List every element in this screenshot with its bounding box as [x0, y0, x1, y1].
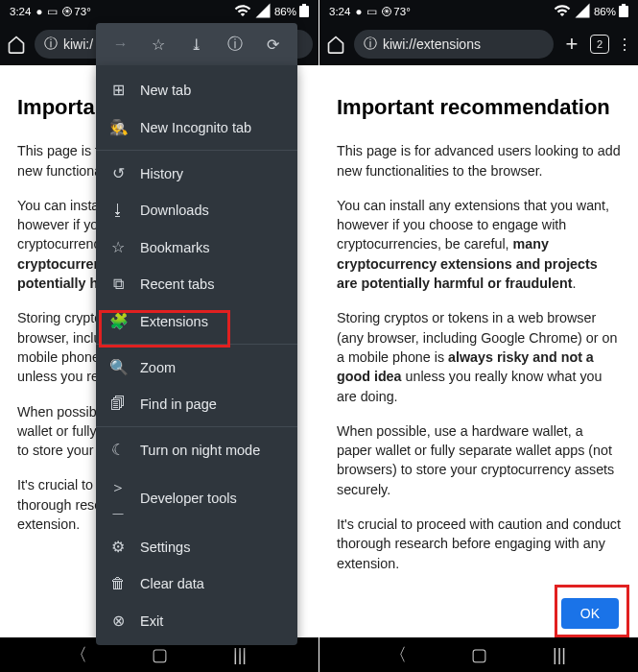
nav-bar-r: 〈 ▢ |||	[319, 637, 638, 672]
menu-devtools[interactable]: ＞＿Developer tools	[96, 468, 297, 528]
menu-zoom[interactable]: 🔍Zoom	[96, 348, 297, 386]
svg-rect-2	[622, 4, 626, 6]
wifi-icon	[554, 2, 571, 21]
overflow-button[interactable]: ⋮	[617, 36, 632, 54]
download-icon[interactable]: ⤓	[185, 36, 208, 54]
info-icon: ⓘ	[44, 36, 58, 53]
nav-back[interactable]: 〈	[379, 643, 417, 666]
paragraph: Storing cryptos or tokens in a web brows…	[337, 308, 621, 405]
page-info-icon[interactable]: ⓘ	[224, 35, 247, 55]
home-icon[interactable]	[325, 34, 346, 55]
svg-rect-3	[619, 6, 628, 17]
nav-home[interactable]: ▢	[140, 644, 178, 665]
star-icon[interactable]: ☆	[147, 36, 170, 54]
nav-home[interactable]: ▢	[460, 644, 498, 665]
menu-downloads[interactable]: ⭳Downloads	[96, 192, 297, 228]
overflow-menu: ⊞New tab 🕵New Incognito tab ↺History ⭳Do…	[96, 65, 297, 645]
trash-icon: 🗑	[109, 575, 127, 592]
zoom-icon: 🔍	[109, 358, 127, 376]
svg-rect-1	[299, 6, 309, 17]
home-icon[interactable]	[6, 34, 27, 55]
moon-icon: ☾	[109, 441, 127, 459]
phone-left: 3:24 ● ▭ ☀ 73° 86% ⓘ kiwi:/	[0, 0, 319, 672]
menu-extensions[interactable]: 🧩Extensions	[96, 302, 297, 340]
forward-icon[interactable]: →	[109, 36, 132, 53]
nav-recents[interactable]: |||	[540, 645, 579, 665]
paragraph: This page is for advanced users looking …	[337, 141, 621, 180]
status-card-icon: ▭	[47, 5, 58, 18]
paragraph: You can install any extensions that you …	[337, 196, 621, 293]
ok-button[interactable]: OK	[561, 598, 619, 629]
paragraph: When possible, use a hardware wallet, a …	[337, 421, 621, 499]
info-icon: ⓘ	[364, 36, 377, 53]
wifi-icon	[234, 2, 251, 21]
svg-rect-0	[302, 4, 306, 6]
phone-right: 3:24 ● ▭ ☀ 73° 86% ⓘ kiwi:/	[319, 0, 638, 672]
status-time: 3:24	[10, 6, 31, 17]
menu-find[interactable]: 🗐Find in page	[96, 386, 297, 422]
reload-icon[interactable]: ⟳	[261, 36, 284, 54]
battery-icon	[619, 4, 628, 19]
battery-icon	[299, 4, 309, 19]
status-dot-icon: ●	[35, 6, 42, 17]
menu-incognito[interactable]: 🕵New Incognito tab	[96, 108, 297, 146]
ok-wrap: OK	[561, 598, 619, 629]
status-time: 3:24	[329, 6, 350, 17]
find-icon: 🗐	[109, 396, 127, 413]
menu-bookmarks[interactable]: ☆Bookmarks	[96, 228, 297, 266]
url-text: kiwi://extensions	[383, 36, 481, 52]
gear-icon: ⚙	[109, 538, 127, 556]
nav-back[interactable]: 〈	[59, 643, 98, 666]
status-temp: ☀ 73°	[62, 6, 90, 17]
paragraph: It's crucial to proceed with caution and…	[337, 515, 621, 573]
browser-bar-r: ⓘ kiwi://extensions + 2 ⋮	[319, 23, 638, 65]
url-text: kiwi:/	[63, 36, 93, 52]
menu-night[interactable]: ☾Turn on night mode	[96, 431, 297, 468]
signal-icon	[254, 2, 272, 21]
battery-text: 86%	[594, 6, 616, 17]
history-icon: ↺	[109, 164, 127, 182]
menu-history[interactable]: ↺History	[96, 155, 297, 192]
status-temp: ☀ 73°	[382, 6, 410, 17]
status-dot-icon: ●	[355, 6, 362, 17]
menu-new-tab[interactable]: ⊞New tab	[96, 71, 297, 108]
nav-recents[interactable]: |||	[221, 645, 259, 665]
incognito-icon: 🕵	[109, 118, 127, 136]
download-alt-icon: ⭳	[109, 202, 127, 219]
menu-toolbar: → ☆ ⤓ ⓘ ⟳	[96, 23, 297, 65]
page-title: Important recommendation	[337, 92, 621, 122]
signal-icon	[574, 2, 591, 21]
bookmark-icon: ☆	[109, 238, 127, 256]
menu-exit[interactable]: ⊗Exit	[96, 602, 297, 639]
puzzle-icon: 🧩	[109, 312, 127, 330]
exit-icon: ⊗	[109, 612, 127, 630]
menu-clear[interactable]: 🗑Clear data	[96, 565, 297, 602]
status-card-icon: ▭	[366, 5, 377, 18]
plus-box-icon: ⊞	[109, 81, 127, 99]
recent-icon: ⧉	[109, 276, 127, 293]
status-bar-r: 3:24 ● ▭ ☀ 73° 86%	[319, 0, 638, 23]
status-bar: 3:24 ● ▭ ☀ 73° 86%	[0, 0, 319, 23]
terminal-icon: ＞＿	[109, 478, 127, 518]
battery-text: 86%	[274, 6, 296, 17]
page-content-r: Important recommendation This page is fo…	[319, 65, 638, 637]
menu-settings[interactable]: ⚙Settings	[96, 528, 297, 565]
menu-recent-tabs[interactable]: ⧉Recent tabs	[96, 266, 297, 302]
url-bar[interactable]: ⓘ kiwi://extensions	[354, 30, 554, 59]
tabs-count[interactable]: 2	[590, 35, 609, 54]
new-tab-button[interactable]: +	[561, 32, 582, 57]
